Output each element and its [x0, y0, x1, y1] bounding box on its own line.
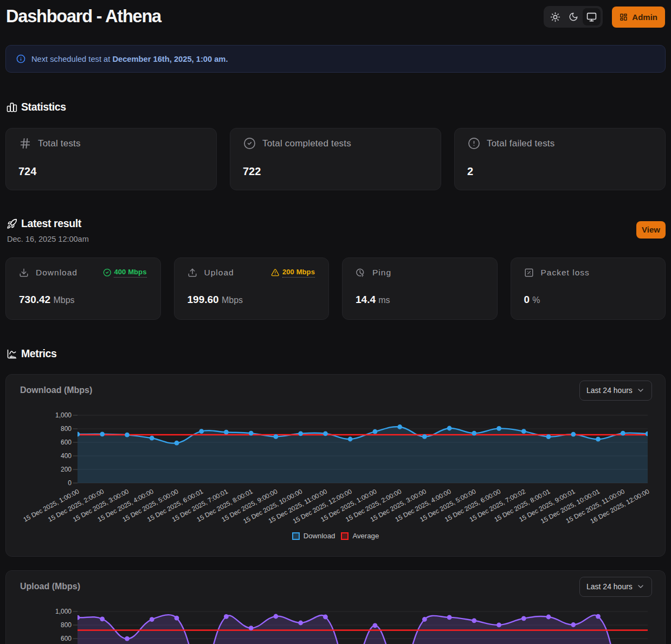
svg-text:1,000: 1,000 [55, 608, 72, 615]
svg-text:600: 600 [61, 439, 72, 446]
svg-text:0: 0 [68, 479, 72, 487]
svg-text:1,000: 1,000 [55, 411, 72, 419]
svg-text:200: 200 [61, 466, 72, 473]
svg-text:400: 400 [61, 452, 72, 460]
svg-text:800: 800 [61, 425, 72, 433]
svg-text:800: 800 [61, 621, 72, 629]
svg-text:600: 600 [61, 635, 72, 642]
